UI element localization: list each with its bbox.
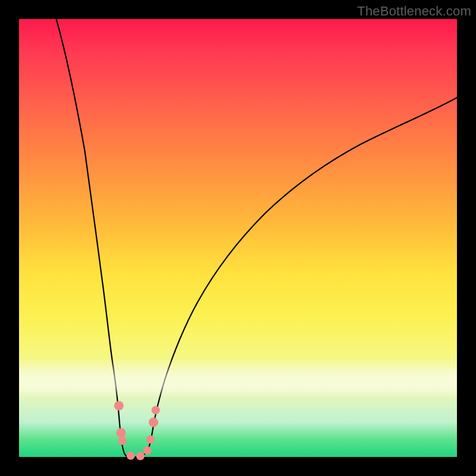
marker-dot <box>114 401 124 411</box>
plot-area <box>19 19 457 457</box>
marker-dot <box>117 428 126 438</box>
marker-dot <box>127 452 135 460</box>
chart-stage: TheBottleneck.com <box>0 0 476 476</box>
curve-layer <box>19 19 457 457</box>
marker-dot <box>149 418 158 427</box>
marker-dot <box>118 437 127 445</box>
marker-dot <box>136 452 145 461</box>
marker-dot <box>152 406 160 414</box>
watermark-label: TheBottleneck.com <box>357 4 471 19</box>
marker-dot <box>143 446 152 455</box>
series-curve-a <box>57 19 457 457</box>
marker-dot <box>146 436 155 444</box>
